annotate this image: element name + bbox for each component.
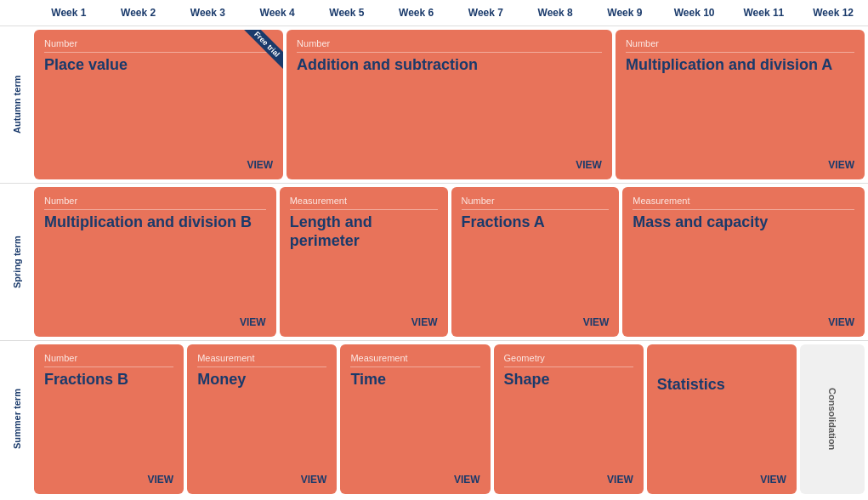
view-button[interactable]: VIEW bbox=[44, 474, 173, 486]
unit-title: Time bbox=[350, 371, 479, 389]
view-button[interactable]: VIEW bbox=[633, 316, 854, 328]
view-button[interactable]: VIEW bbox=[44, 159, 273, 171]
unit-category: Number bbox=[44, 196, 266, 210]
unit-category: Measurement bbox=[197, 353, 326, 367]
unit-category: Geometry bbox=[504, 353, 633, 367]
unit-title: Addition and subtraction bbox=[297, 56, 602, 75]
unit-title: Money bbox=[197, 371, 326, 389]
week-9: Week 9 bbox=[590, 7, 660, 19]
spring-term-content: Number Multiplication and division B VIE… bbox=[34, 184, 868, 340]
view-button[interactable]: VIEW bbox=[462, 316, 610, 328]
curriculum-grid: Week 1 Week 2 Week 3 Week 4 Week 5 Week … bbox=[0, 0, 868, 497]
week-header-row: Week 1 Week 2 Week 3 Week 4 Week 5 Week … bbox=[34, 0, 868, 26]
unit-title: Shape bbox=[504, 371, 633, 389]
summer-term-row: Summer term Number Fractions B VIEW Meas… bbox=[0, 340, 868, 497]
week-6: Week 6 bbox=[382, 7, 451, 19]
view-button[interactable]: VIEW bbox=[626, 159, 854, 171]
autumn-term-content: Number Place value VIEW Number Addition … bbox=[34, 26, 868, 183]
unit-category: Number bbox=[626, 38, 854, 53]
view-button[interactable]: VIEW bbox=[44, 316, 266, 328]
view-button[interactable]: VIEW bbox=[297, 159, 602, 171]
unit-shape[interactable]: Geometry Shape VIEW bbox=[494, 344, 644, 494]
week-12: Week 12 bbox=[798, 7, 868, 19]
week-10: Week 10 bbox=[660, 7, 729, 19]
week-8: Week 8 bbox=[520, 7, 590, 19]
unit-category: Number bbox=[462, 196, 610, 210]
unit-category: Measurement bbox=[350, 353, 479, 367]
view-button[interactable]: VIEW bbox=[350, 474, 479, 486]
unit-title: Multiplication and division B bbox=[44, 213, 266, 232]
view-button[interactable]: VIEW bbox=[197, 474, 326, 486]
unit-title: Mass and capacity bbox=[633, 213, 854, 232]
week-2: Week 2 bbox=[104, 7, 173, 19]
unit-place-value[interactable]: Number Place value VIEW bbox=[34, 30, 283, 179]
unit-fractions-b[interactable]: Number Fractions B VIEW bbox=[34, 344, 184, 494]
unit-money[interactable]: Measurement Money VIEW bbox=[187, 344, 337, 494]
unit-title: Statistics bbox=[657, 376, 786, 395]
unit-mult-div-a[interactable]: Number Multiplication and division A VIE… bbox=[616, 30, 865, 179]
unit-title: Fractions A bbox=[462, 213, 610, 232]
consolidation-cell: Consolidation bbox=[800, 344, 865, 494]
unit-category: Number bbox=[44, 353, 173, 367]
unit-time[interactable]: Measurement Time VIEW bbox=[340, 344, 490, 494]
unit-mass-capacity[interactable]: Measurement Mass and capacity VIEW bbox=[622, 187, 865, 337]
week-3: Week 3 bbox=[173, 7, 243, 19]
unit-statistics[interactable]: Statistics Statistics VIEW bbox=[647, 344, 797, 494]
unit-title: Length and perimeter bbox=[290, 213, 438, 250]
summer-term-content: Number Fractions B VIEW Measurement Mone… bbox=[34, 341, 868, 497]
view-button[interactable]: VIEW bbox=[657, 474, 786, 486]
week-4: Week 4 bbox=[242, 7, 312, 19]
summer-term-label: Summer term bbox=[0, 341, 34, 497]
view-button[interactable]: VIEW bbox=[290, 316, 438, 328]
unit-category: Measurement bbox=[633, 196, 854, 210]
unit-length-perimeter[interactable]: Measurement Length and perimeter VIEW bbox=[280, 187, 448, 337]
unit-category: Measurement bbox=[290, 196, 438, 210]
week-1: Week 1 bbox=[34, 7, 104, 19]
free-trial-badge bbox=[234, 30, 283, 79]
unit-title: Fractions B bbox=[44, 371, 173, 389]
spring-term-row: Spring term Number Multiplication and di… bbox=[0, 183, 868, 340]
unit-mult-div-b[interactable]: Number Multiplication and division B VIE… bbox=[34, 187, 276, 337]
week-7: Week 7 bbox=[451, 7, 521, 19]
spring-term-label: Spring term bbox=[0, 184, 34, 340]
unit-fractions-a[interactable]: Number Fractions A VIEW bbox=[451, 187, 620, 337]
view-button[interactable]: VIEW bbox=[504, 474, 633, 486]
week-11: Week 11 bbox=[729, 7, 799, 19]
unit-title: Multiplication and division A bbox=[626, 56, 854, 75]
autumn-term-row: Autumn term Number Place value VIEW Numb… bbox=[0, 26, 868, 183]
unit-addition-subtraction[interactable]: Number Addition and subtraction VIEW bbox=[286, 30, 612, 179]
autumn-term-label: Autumn term bbox=[0, 26, 34, 183]
week-5: Week 5 bbox=[312, 7, 382, 19]
unit-category: Number bbox=[297, 38, 602, 53]
